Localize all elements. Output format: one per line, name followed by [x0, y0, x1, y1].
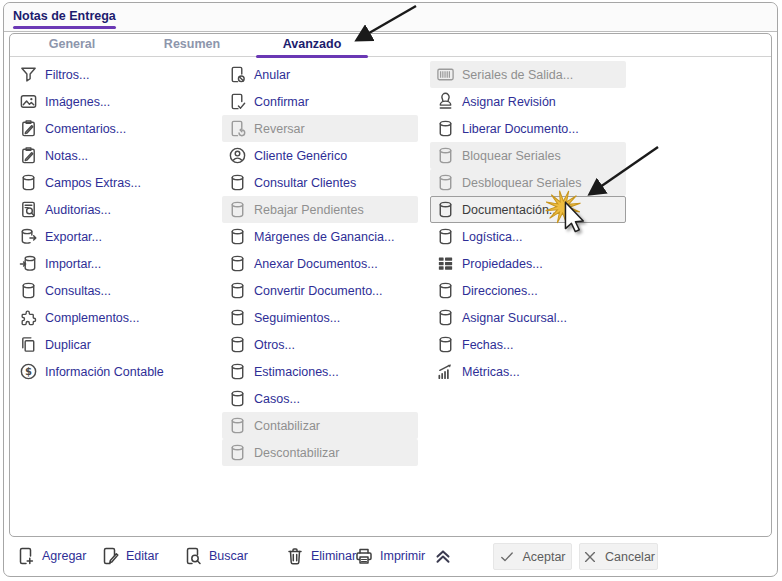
- buscar-button[interactable]: Buscar: [183, 546, 248, 566]
- menu-item-label: Notas...: [45, 149, 88, 163]
- menu-item-liberar-documento[interactable]: Liberar Documento...: [430, 115, 626, 142]
- menu-item-informacion-contable[interactable]: $Información Contable: [13, 358, 215, 385]
- document-search-icon: [19, 200, 38, 219]
- menu-item-label: Campos Extras...: [45, 176, 141, 190]
- database-icon: [436, 119, 455, 138]
- menu-item-asignar-sucursal[interactable]: Asignar Sucursal...: [430, 304, 626, 331]
- menu-item-label: Complementos...: [45, 311, 139, 325]
- window-tab-notas-de-entrega[interactable]: Notas de Entrega: [10, 7, 119, 29]
- menu-item-otros[interactable]: Otros...: [222, 331, 418, 358]
- database-icon: [228, 335, 247, 354]
- tab-resumen[interactable]: Resumen: [132, 34, 252, 56]
- menu-item-cliente-generico[interactable]: Cliente Genérico: [222, 142, 418, 169]
- menu-item-label: Seguimientos...: [254, 311, 340, 325]
- menu-item-estimaciones[interactable]: Estimaciones...: [222, 358, 418, 385]
- menu-item-exportar[interactable]: Exportar...: [13, 223, 215, 250]
- database-export-icon: [19, 227, 38, 246]
- dialog-button-label: Aceptar: [522, 550, 565, 564]
- image-icon: [19, 92, 38, 111]
- menu-item-label: Información Contable: [45, 365, 164, 379]
- menu-item-anexar-documentos[interactable]: Anexar Documentos...: [222, 250, 418, 277]
- database-icon: [19, 173, 38, 192]
- menu-item-label: Consultar Clientes: [254, 176, 356, 190]
- menu-item-imagenes[interactable]: Imágenes...: [13, 88, 215, 115]
- menu-column-1: Filtros...Imágenes...Comentarios...Notas…: [13, 61, 215, 385]
- menu-item-consultar-clientes[interactable]: Consultar Clientes: [222, 169, 418, 196]
- menu-item-reversar: Reversar: [222, 115, 418, 142]
- menu-item-auditorias[interactable]: Auditorias...: [13, 196, 215, 223]
- menu-item-asignar-revision[interactable]: Asignar Revisión: [430, 88, 626, 115]
- menu-item-label: Logística...: [462, 230, 522, 244]
- menu-item-confirmar[interactable]: Confirmar: [222, 88, 418, 115]
- edit-document-icon: [100, 546, 120, 566]
- menu-item-filtros[interactable]: Filtros...: [13, 61, 215, 88]
- menu-item-label: Comentarios...: [45, 122, 126, 136]
- agregar-button[interactable]: Agregar: [16, 546, 86, 566]
- menu-item-casos[interactable]: Casos...: [222, 385, 418, 412]
- menu-item-seguimientos[interactable]: Seguimientos...: [222, 304, 418, 331]
- database-icon: [228, 254, 247, 273]
- menu-item-anular[interactable]: Anular: [222, 61, 418, 88]
- menu-item-label: Filtros...: [45, 68, 89, 82]
- database-icon: [436, 281, 455, 300]
- menu-item-label: Asignar Revisión: [462, 95, 556, 109]
- menu-item-duplicar[interactable]: Duplicar: [13, 331, 215, 358]
- database-icon: [228, 200, 247, 219]
- menu-item-label: Otros...: [254, 338, 295, 352]
- check-icon: [499, 549, 515, 565]
- menu-item-direcciones[interactable]: Direcciones...: [430, 277, 626, 304]
- menu-item-comentarios[interactable]: Comentarios...: [13, 115, 215, 142]
- menu-item-label: Cliente Genérico: [254, 149, 347, 163]
- bottom-toolbar: AgregarEditarBuscarEliminarImprimir Acep…: [4, 536, 777, 576]
- menu-item-label: Liberar Documento...: [462, 122, 579, 136]
- menu-item-label: Direcciones...: [462, 284, 538, 298]
- menu-item-rebajar-pendientes: Rebajar Pendientes: [222, 196, 418, 223]
- menu-item-label: Duplicar: [45, 338, 91, 352]
- cancelar-button[interactable]: Cancelar: [579, 543, 658, 570]
- tab-page-panel: GeneralResumenAvanzado Filtros...Imágene…: [9, 33, 772, 537]
- menu-item-logistica[interactable]: Logística...: [430, 223, 626, 250]
- menu-item-margenes-de-ganancia[interactable]: Márgenes de Ganancia...: [222, 223, 418, 250]
- menu-item-label: Importar...: [45, 257, 101, 271]
- cancel-document-icon: [228, 65, 247, 84]
- database-icon: [228, 416, 247, 435]
- tab-avanzado[interactable]: Avanzado: [252, 34, 372, 56]
- toolbar-action-label: Agregar: [42, 549, 86, 563]
- menu-column-3: Seriales de Salida...Asignar RevisiónLib…: [430, 61, 626, 385]
- menu-item-label: Propiedades...: [462, 257, 543, 271]
- database-icon: [436, 146, 455, 165]
- x-icon: [582, 549, 598, 565]
- menu-item-documentacion[interactable]: Documentación...: [430, 196, 626, 223]
- menu-item-convertir-documento[interactable]: Convertir Documento...: [222, 277, 418, 304]
- menu-item-propiedades[interactable]: Propiedades...: [430, 250, 626, 277]
- filter-icon: [19, 65, 38, 84]
- imprimir-button[interactable]: Imprimir: [354, 546, 425, 566]
- menu-item-complementos[interactable]: Complementos...: [13, 304, 215, 331]
- aceptar-button[interactable]: Aceptar: [493, 543, 572, 570]
- tab-general[interactable]: General: [12, 34, 132, 56]
- menu-item-descontabilizar: Descontabilizar: [222, 439, 418, 466]
- menu-item-fechas[interactable]: Fechas...: [430, 331, 626, 358]
- menu-item-notas[interactable]: Notas...: [13, 142, 215, 169]
- menu-item-label: Seriales de Salida...: [462, 68, 573, 82]
- menu-item-consultas[interactable]: Consultas...: [13, 277, 215, 304]
- database-icon: [228, 308, 247, 327]
- menu-item-metricas[interactable]: Métricas...: [430, 358, 626, 385]
- menu-item-campos-extras[interactable]: Campos Extras...: [13, 169, 215, 196]
- reverse-document-icon: [228, 119, 247, 138]
- menu-item-label: Descontabilizar: [254, 446, 339, 460]
- copy-icon: [19, 335, 38, 354]
- stamp-icon: [436, 92, 455, 111]
- add-document-icon: [16, 546, 36, 566]
- editar-button[interactable]: Editar: [100, 546, 159, 566]
- menu-item-label: Rebajar Pendientes: [254, 203, 364, 217]
- menu-item-label: Consultas...: [45, 284, 111, 298]
- chevrons-up-icon[interactable]: [432, 546, 454, 566]
- eliminar-button[interactable]: Eliminar: [285, 546, 356, 566]
- database-icon: [228, 281, 247, 300]
- trash-icon: [285, 546, 305, 566]
- database-icon: [228, 389, 247, 408]
- database-icon: [436, 227, 455, 246]
- menu-item-bloquear-seriales: Bloquear Seriales: [430, 142, 626, 169]
- menu-item-importar[interactable]: Importar...: [13, 250, 215, 277]
